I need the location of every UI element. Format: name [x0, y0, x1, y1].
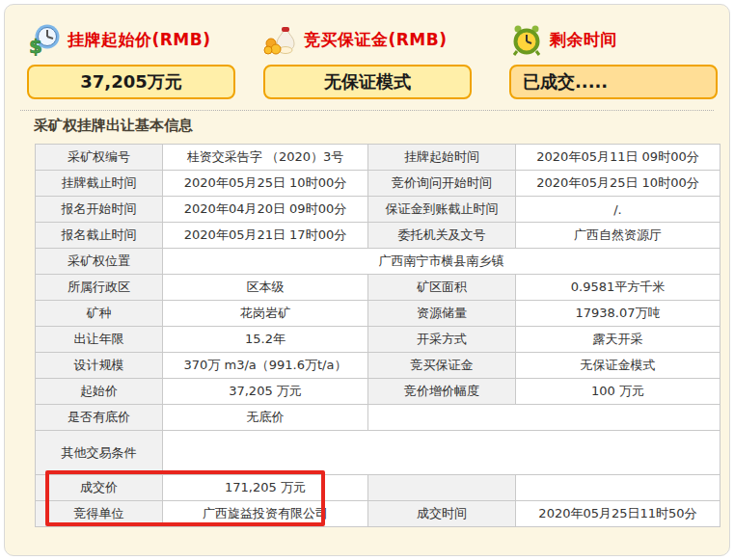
remaining-time-label: 剩余时间 [550, 29, 617, 51]
deposit-block: 竞买保证金(RMB) 无保证模式 [263, 20, 472, 99]
auction-detail-page: $ 挂牌起始价(RMB) 37,205万元 竞买保证金(RMB) 无保证模式 [0, 0, 734, 560]
field-value: 100 万元 [516, 379, 720, 405]
field-value: 37,205 万元 [163, 379, 368, 405]
field-value: 桂资交采告字 （2020）3号 [163, 145, 368, 171]
svg-text:$: $ [29, 35, 42, 56]
field-label: 起始价 [36, 379, 163, 405]
field-label: 出让年限 [36, 327, 163, 353]
field-label: 保证金到账截止时间 [368, 197, 516, 223]
field-label: 采矿权编号 [36, 145, 163, 171]
field-value: 17938.07万吨 [516, 301, 720, 327]
deposit-label-row: 竞买保证金(RMB) [263, 20, 472, 59]
field-label: 挂牌截止时间 [36, 171, 163, 197]
field-value: 无保证金模式 [516, 353, 720, 379]
field-label: 报名开始时间 [36, 197, 163, 223]
field-value: 2020年05月25日 10时00分 [516, 171, 720, 197]
table-row: 所属行政区 区本级 矿区面积 0.9581平方千米 [36, 275, 720, 301]
table-row: 其他交易条件 [36, 431, 720, 475]
field-value: 广西南宁市横县南乡镇 [163, 249, 720, 275]
field-label: 所属行政区 [36, 275, 163, 301]
field-value: 区本级 [163, 275, 368, 301]
deposit-label: 竞买保证金(RMB) [304, 29, 448, 51]
field-label [368, 475, 516, 501]
field-value: 2020年04月20日 09时00分 [163, 197, 368, 223]
field-value: 370万 m3/a（991.6万t/a） [163, 353, 368, 379]
field-value [163, 431, 720, 475]
table-row: 采矿权位置 广西南宁市横县南乡镇 [36, 249, 720, 275]
field-value: 2020年05月21日 17时00分 [163, 223, 368, 249]
field-value: 2020年05月25日11时50分 [516, 501, 720, 527]
clock-money-icon: $ [27, 23, 62, 56]
table-row: 出让年限 15.2年 开采方式 露天开采 [36, 327, 720, 353]
field-value: 2020年05月11日 09时00分 [516, 145, 720, 171]
field-label: 开采方式 [368, 327, 516, 353]
remaining-time-box: 已成交..... [509, 65, 718, 99]
field-label: 竞得单位 [36, 501, 163, 527]
field-label: 矿区面积 [368, 275, 516, 301]
section-title: 采矿权挂牌出让基本信息 [34, 117, 193, 135]
field-value [368, 405, 720, 431]
field-label: 委托机关及文号 [368, 223, 516, 249]
money-bags-icon [263, 23, 298, 56]
field-label: 采矿权位置 [36, 249, 163, 275]
field-value [516, 475, 720, 501]
field-label: 成交时间 [368, 501, 516, 527]
field-value: 无底价 [163, 405, 368, 431]
table-row: 报名截止时间 2020年05月21日 17时00分 委托机关及文号 广西自然资源… [36, 223, 720, 249]
field-label: 设计规模 [36, 353, 163, 379]
field-value: 2020年05月25日 10时00分 [163, 171, 368, 197]
table-row: 报名开始时间 2020年04月20日 09时00分 保证金到账截止时间 /. [36, 197, 720, 223]
field-value: 0.9581平方千米 [516, 275, 720, 301]
table-row: 设计规模 370万 m3/a（991.6万t/a） 竞买保证金 无保证金模式 [36, 353, 720, 379]
field-label: 矿种 [36, 301, 163, 327]
content-panel: $ 挂牌起始价(RMB) 37,205万元 竞买保证金(RMB) 无保证模式 [4, 4, 730, 556]
starting-price-block: $ 挂牌起始价(RMB) 37,205万元 [27, 20, 235, 99]
field-value: 广西旋益投资有限公司 [163, 501, 368, 527]
field-label: 资源储量 [368, 301, 516, 327]
field-label: 竞价询问开始时间 [368, 171, 516, 197]
field-value: 广西自然资源厅 [516, 223, 720, 249]
starting-price-label-row: $ 挂牌起始价(RMB) [27, 20, 235, 59]
table-row: 成交价 171,205 万元 [36, 475, 720, 501]
field-label: 报名截止时间 [36, 223, 163, 249]
deposit-box: 无保证模式 [263, 65, 472, 99]
field-value: 171,205 万元 [163, 475, 368, 501]
dotted-separator [20, 110, 714, 111]
alarm-clock-icon [509, 23, 544, 56]
starting-price-box: 37,205万元 [27, 65, 235, 99]
table-row: 起始价 37,205 万元 竞价增价幅度 100 万元 [36, 379, 720, 405]
field-label: 是否有底价 [36, 405, 163, 431]
field-label: 成交价 [36, 475, 163, 501]
remaining-time-label-row: 剩余时间 [509, 20, 718, 59]
table-row: 采矿权编号 桂资交采告字 （2020）3号 挂牌起始时间 2020年05月11日… [36, 145, 720, 171]
field-label: 其他交易条件 [36, 431, 163, 475]
table-row: 挂牌截止时间 2020年05月25日 10时00分 竞价询问开始时间 2020年… [36, 171, 720, 197]
table-row: 是否有底价 无底价 [36, 405, 720, 431]
field-value: 花岗岩矿 [163, 301, 368, 327]
field-value: 露天开采 [516, 327, 720, 353]
field-label: 竞价增价幅度 [368, 379, 516, 405]
field-label: 竞买保证金 [368, 353, 516, 379]
field-value: /. [516, 197, 720, 223]
remaining-time-block: 剩余时间 已成交..... [509, 20, 718, 99]
basic-info-table: 采矿权编号 桂资交采告字 （2020）3号 挂牌起始时间 2020年05月11日… [35, 144, 720, 527]
field-label: 挂牌起始时间 [368, 145, 516, 171]
table-row: 竞得单位 广西旋益投资有限公司 成交时间 2020年05月25日11时50分 [36, 501, 720, 527]
starting-price-label: 挂牌起始价(RMB) [68, 29, 211, 51]
field-value: 15.2年 [163, 327, 368, 353]
table-row: 矿种 花岗岩矿 资源储量 17938.07万吨 [36, 301, 720, 327]
